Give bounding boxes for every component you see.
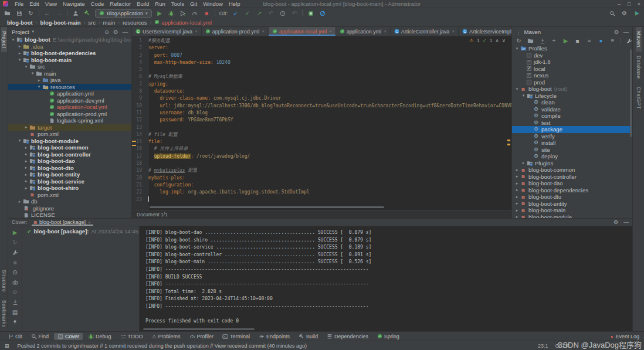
next-problem-icon[interactable]: ∨ bbox=[502, 38, 506, 43]
project-tree-item-blog-boot-service[interactable]: ▸blog-boot-service bbox=[8, 178, 131, 185]
close-icon[interactable]: × bbox=[452, 29, 455, 34]
tab-articlecontroller-java[interactable]: CArticleController.java× bbox=[391, 27, 459, 36]
expand-chevron-icon[interactable]: ▸ bbox=[514, 168, 520, 172]
project-tree-item-java[interactable]: ▸java bbox=[8, 77, 131, 84]
maven-item-deploy[interactable]: ⚙deploy bbox=[512, 153, 632, 160]
tab-articleserviceimpl-java[interactable]: CArticleServiceImpl.java× bbox=[459, 27, 511, 36]
tab-userserviceimpl-java[interactable]: CUserServiceImpl.java× bbox=[132, 27, 202, 36]
project-tree-item-gitignore[interactable]: .gitignore bbox=[8, 205, 131, 212]
strip-tab-chatgpt[interactable]: ChatGPT bbox=[636, 83, 642, 113]
chevron-down-icon[interactable]: ▾ bbox=[32, 29, 35, 34]
project-tree-item-blog-boot-dao[interactable]: ▸blog-boot-dao bbox=[8, 158, 131, 165]
code-line[interactable]: 7spring: bbox=[132, 81, 511, 88]
close-icon[interactable]: × bbox=[329, 29, 332, 34]
code-line[interactable]: 8 datasource: bbox=[132, 88, 511, 95]
close-icon[interactable]: × bbox=[88, 220, 91, 225]
execute-goal-run-icon[interactable]: ▶ bbox=[562, 37, 570, 45]
gear-icon[interactable]: ⚙ bbox=[11, 288, 19, 296]
expand-chevron-icon[interactable]: ▸ bbox=[23, 159, 29, 164]
git-rollback-button[interactable]: ↶ bbox=[267, 9, 274, 17]
maven-item-local[interactable]: local bbox=[512, 66, 632, 73]
vcs-status-message[interactable]: Pushed 2 commits to origin/master // 1 c… bbox=[18, 343, 307, 349]
hide-panel-icon[interactable]: — bbox=[623, 219, 629, 225]
close-icon[interactable]: × bbox=[262, 29, 265, 34]
menu-build[interactable]: Build bbox=[134, 1, 152, 7]
profile-checkbox[interactable] bbox=[527, 53, 531, 57]
strip-tab-structure[interactable]: Structure bbox=[1, 266, 7, 296]
expand-chevron-icon[interactable]: ▸ bbox=[514, 181, 520, 186]
settings-gear-icon[interactable]: ⚙ bbox=[621, 9, 628, 17]
toolwindow-find[interactable]: Find bbox=[28, 333, 53, 340]
expand-chevron-icon[interactable]: ▸ bbox=[23, 152, 29, 157]
pin-tab-icon[interactable] bbox=[11, 318, 19, 326]
project-tree-item-db[interactable]: ▸db bbox=[8, 198, 131, 205]
code-line[interactable]: 12 password: YPGXme8nm7T6PbSY bbox=[132, 117, 511, 124]
maven-item-package[interactable]: ⚙package bbox=[512, 126, 632, 133]
menu-navigate[interactable]: Navigate bbox=[60, 1, 88, 7]
profile-checkbox[interactable] bbox=[527, 60, 531, 64]
cover-tab[interactable]: m blog-boot [package] × bbox=[32, 219, 93, 226]
line-ending[interactable]: CRLF bbox=[555, 343, 569, 349]
maven-item-plugins[interactable]: ▸Plugins bbox=[512, 160, 632, 167]
gear-icon[interactable]: ⚙ bbox=[113, 29, 118, 35]
expand-chevron-icon[interactable]: ▸ bbox=[521, 161, 526, 165]
project-tree-item-blog-boot-dependencies[interactable]: ▸blog-boot-dependencies bbox=[8, 50, 131, 57]
minimize-button[interactable]: – bbox=[614, 1, 624, 7]
sync-icon[interactable]: ↻ bbox=[27, 9, 35, 17]
run-configuration-select[interactable]: BlogApplication ▾ bbox=[95, 9, 152, 18]
toolwindow-build[interactable]: Build bbox=[295, 333, 321, 340]
collapse-chevron-icon[interactable]: ▾ bbox=[11, 38, 16, 42]
debug-button[interactable] bbox=[168, 9, 175, 17]
expand-chevron-icon[interactable]: ▸ bbox=[514, 208, 520, 213]
maven-item-blog-boot-main[interactable]: ▸mblog-boot-main bbox=[512, 207, 632, 214]
collapse-chevron-icon[interactable]: ▾ bbox=[36, 84, 42, 89]
menu-tools[interactable]: Tools bbox=[168, 1, 187, 7]
project-tree-item-license[interactable]: LICENSE bbox=[8, 212, 131, 218]
menu-view[interactable]: View bbox=[42, 1, 60, 7]
expand-chevron-icon[interactable]: ▸ bbox=[23, 145, 29, 150]
project-tree-item-resources[interactable]: ▾resources bbox=[8, 84, 131, 91]
tab-application-prod-yml[interactable]: application-prod.yml× bbox=[202, 27, 269, 36]
maven-item-blog-boot-dependencies[interactable]: ▸mblog-boot-dependencies bbox=[512, 187, 632, 194]
plugin-icon[interactable] bbox=[633, 9, 640, 17]
run-settings-icon[interactable] bbox=[11, 249, 19, 256]
project-tree-item-blog-boot-controller[interactable]: ▸blog-boot-controller bbox=[8, 151, 131, 158]
expand-chevron-icon[interactable]: ▸ bbox=[514, 188, 520, 192]
expand-chevron-icon[interactable]: ▸ bbox=[17, 44, 22, 49]
locate-file-icon[interactable]: ⊙ bbox=[104, 29, 109, 35]
run-with-coverage-button[interactable] bbox=[179, 9, 187, 17]
editor-body[interactable]: 1#服务配置2server:3 port: 80074 max-http-hea… bbox=[132, 36, 511, 210]
user-icon[interactable] bbox=[72, 9, 79, 17]
code-line[interactable]: 15file: bbox=[132, 138, 511, 145]
toolwindow-spring[interactable]: Spring bbox=[374, 333, 403, 340]
run-result-item[interactable]: ✔ blog-boot [package]: At 2023/4/24 14:4… bbox=[22, 228, 139, 235]
maven-item-lifecycle[interactable]: ▾Lifecycle bbox=[512, 93, 632, 100]
event-log-button[interactable]: ●Event Log bbox=[611, 334, 639, 339]
maven-item-blog-boot-module[interactable]: ▸mblog-boot-module bbox=[512, 214, 632, 219]
collapse-chevron-icon[interactable]: ▾ bbox=[30, 71, 35, 76]
maven-item-test[interactable]: ⚙test bbox=[512, 120, 632, 127]
hide-panel-icon[interactable]: — bbox=[623, 29, 629, 35]
project-tree-item-blog-boot-dto[interactable]: ▸blog-boot-dto bbox=[8, 165, 131, 172]
collapse-chevron-icon[interactable]: ▾ bbox=[521, 93, 526, 98]
breadcrumb-item-src[interactable]: src bbox=[86, 19, 98, 26]
maven-item-jdk-1-8[interactable]: jdk-1.8 bbox=[512, 59, 632, 66]
maven-scrollbar[interactable] bbox=[630, 49, 632, 137]
add-icon[interactable]: + bbox=[550, 37, 558, 45]
collapse-chevron-icon[interactable]: ▾ bbox=[514, 46, 520, 51]
drag-handle-icon[interactable]: ⋮ bbox=[516, 29, 521, 35]
maven-item-blog-boot-entity[interactable]: ▸mblog-boot-entity bbox=[512, 201, 632, 208]
toolwindow-problems[interactable]: ⚠Problems bbox=[148, 333, 184, 340]
toolwindow-terminal[interactable]: Terminal bbox=[219, 333, 253, 340]
expand-chevron-icon[interactable]: ▸ bbox=[36, 78, 42, 83]
profile-checkbox[interactable] bbox=[527, 80, 531, 84]
expand-chevron-icon[interactable]: ▸ bbox=[23, 172, 29, 177]
history-icon[interactable] bbox=[279, 9, 286, 17]
code-line[interactable]: 1#服务配置 bbox=[132, 38, 511, 45]
code-line[interactable]: 18 bbox=[132, 160, 511, 167]
maven-item-dev[interactable]: dev bbox=[512, 52, 632, 59]
toolwindow-endpoints[interactable]: Endpoints bbox=[255, 333, 293, 340]
expand-chevron-icon[interactable]: ▸ bbox=[514, 174, 520, 179]
code-line[interactable]: 5 bbox=[132, 66, 511, 73]
warning-stripe-mark[interactable] bbox=[507, 144, 510, 145]
